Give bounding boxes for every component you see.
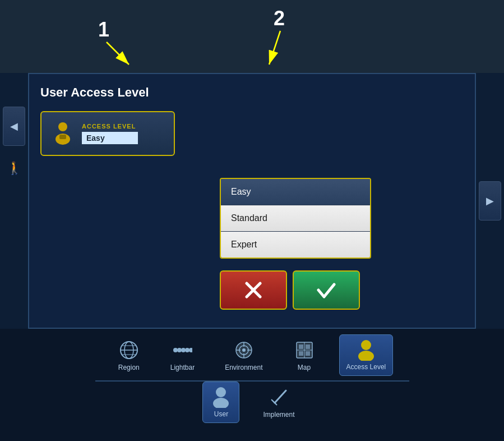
svg-rect-29 <box>306 344 310 349</box>
access-level-label: ACCESS LEVEL <box>82 123 138 130</box>
annotation-area: 1 2 <box>0 0 504 73</box>
main-panel: User Access Level ACCESS LEVEL Easy Easy… <box>28 73 476 329</box>
lightbar-icon <box>171 340 193 360</box>
svg-rect-28 <box>299 344 303 349</box>
panel-title: User Access Level <box>40 85 464 100</box>
nav-label-access-level: Access Level <box>346 363 386 371</box>
svg-point-5 <box>58 122 67 131</box>
map-icon <box>293 340 316 360</box>
nav-item-environment[interactable]: Environment <box>218 336 269 376</box>
dropdown-panel[interactable]: Easy Standard Expert <box>220 178 371 259</box>
action-buttons <box>220 270 360 310</box>
bottom-nav-row1: Region Lightbar <box>111 334 393 376</box>
svg-line-38 <box>275 391 286 403</box>
left-side-nav: ◀ 🚶 <box>0 73 28 329</box>
dropdown-option-easy[interactable]: Easy <box>221 179 370 205</box>
walk-icon: 🚶 <box>3 157 25 180</box>
svg-point-18 <box>185 348 189 352</box>
svg-rect-31 <box>306 351 310 356</box>
nav-label-user: User <box>214 410 228 418</box>
nav-label-map: Map <box>298 364 311 371</box>
nav-item-user[interactable]: User <box>202 382 239 423</box>
nav-item-access-level[interactable]: Access Level <box>339 334 394 376</box>
environment-icon <box>233 340 255 360</box>
nav-label-region: Region <box>118 364 140 371</box>
user-nav-icon <box>210 387 232 407</box>
access-level-icon <box>355 339 377 360</box>
svg-point-19 <box>189 348 192 352</box>
svg-rect-30 <box>299 351 303 356</box>
svg-line-1 <box>107 42 129 65</box>
nav-item-map[interactable]: Map <box>286 336 322 376</box>
globe-icon <box>118 340 140 360</box>
nav-label-lightbar: Lightbar <box>170 364 195 371</box>
cancel-button[interactable] <box>220 270 287 310</box>
svg-text:1: 1 <box>98 18 109 41</box>
svg-point-16 <box>177 348 182 352</box>
dropdown-option-standard[interactable]: Standard <box>221 205 370 232</box>
svg-point-22 <box>242 348 246 352</box>
right-side-nav: ▶ <box>476 73 504 329</box>
nav-label-environment: Environment <box>225 364 262 371</box>
dropdown-option-expert[interactable]: Expert <box>221 232 370 258</box>
svg-point-17 <box>181 348 186 352</box>
svg-point-36 <box>216 387 226 397</box>
left-arrow-button[interactable]: ◀ <box>3 107 25 146</box>
nav-item-region[interactable]: Region <box>111 336 147 376</box>
user-card[interactable]: ACCESS LEVEL Easy <box>40 111 175 156</box>
svg-line-41 <box>271 399 275 403</box>
right-arrow-button[interactable]: ▶ <box>479 181 501 220</box>
user-card-info: ACCESS LEVEL Easy <box>82 123 138 144</box>
access-level-value: Easy <box>82 132 138 144</box>
bottom-nav: Region Lightbar <box>0 329 504 441</box>
user-card-icon <box>50 120 75 148</box>
svg-text:2: 2 <box>274 7 285 30</box>
svg-point-15 <box>173 348 178 352</box>
svg-point-34 <box>361 340 371 350</box>
svg-point-35 <box>358 351 374 361</box>
bottom-nav-row2: User Implement <box>202 382 301 423</box>
confirm-button[interactable] <box>293 270 360 310</box>
nav-item-implement[interactable]: Implement <box>256 383 301 423</box>
implement-icon <box>268 387 290 407</box>
nav-item-lightbar[interactable]: Lightbar <box>164 336 201 376</box>
svg-line-3 <box>269 31 280 65</box>
svg-point-37 <box>213 398 229 408</box>
svg-rect-7 <box>59 135 66 139</box>
nav-label-implement: Implement <box>263 411 294 419</box>
